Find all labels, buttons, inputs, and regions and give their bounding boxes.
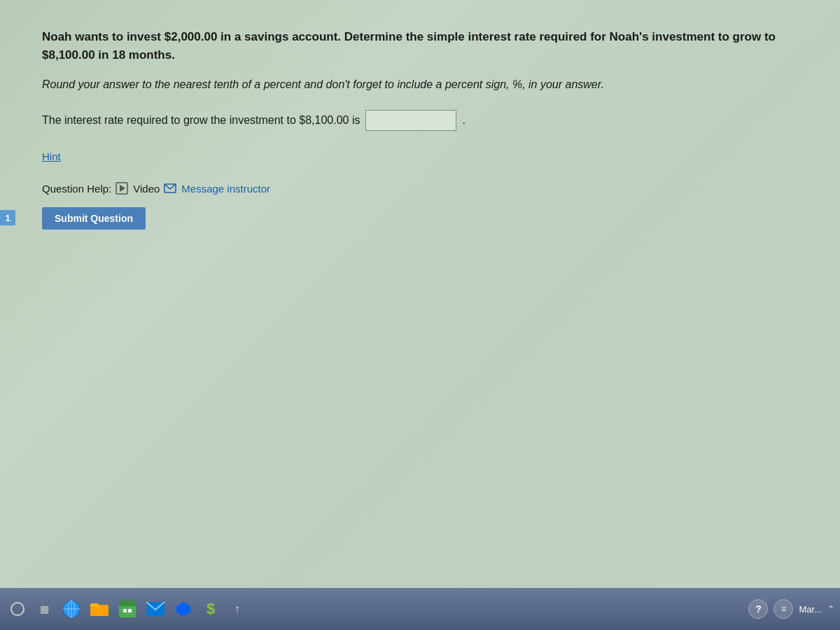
video-play-icon: [115, 182, 128, 195]
calendar-icon[interactable]: [115, 596, 140, 622]
file-explorer-icon[interactable]: [87, 596, 112, 622]
taskbar: ▦: [0, 588, 840, 630]
folder-svg: [90, 601, 109, 617]
notes-icon[interactable]: ≡: [774, 599, 793, 619]
globe-svg: [62, 599, 81, 619]
help-icon[interactable]: ?: [748, 599, 768, 619]
submit-question-button[interactable]: Submit Question: [42, 207, 146, 230]
message-instructor-link[interactable]: Message instructor: [164, 183, 270, 195]
answer-line: The interest rate required to grow the i…: [42, 110, 798, 131]
message-instructor-label: Message instructor: [181, 183, 270, 195]
start-circle-icon: [10, 602, 24, 616]
answer-suffix: .: [462, 114, 465, 127]
hint-link[interactable]: Hint: [42, 150, 61, 162]
video-label: Video: [133, 183, 160, 195]
question-number-badge: 1: [0, 210, 15, 225]
dropbox-svg: [174, 600, 192, 618]
calendar-svg: [118, 600, 136, 618]
taskbar-date-label: Mar...: [799, 604, 822, 615]
mail-svg: [146, 601, 165, 617]
instruction-text: Round your answer to the nearest tenth o…: [42, 76, 798, 93]
taskbar-chevron[interactable]: ⌃: [827, 604, 834, 614]
problem-text: Noah wants to invest $2,000.00 in a savi…: [42, 28, 798, 64]
question-help-label: Question Help:: [42, 183, 111, 195]
search-icon[interactable]: ▦: [32, 597, 56, 621]
dollar-icon[interactable]: $: [199, 597, 223, 621]
mail-taskbar-icon[interactable]: [143, 596, 168, 622]
video-link[interactable]: Video: [115, 182, 160, 195]
svg-rect-10: [119, 601, 136, 606]
arrow-up-icon[interactable]: ↑: [225, 597, 249, 621]
svg-marker-1: [120, 185, 125, 192]
answer-prefix: The interest rate required to grow the i…: [42, 114, 360, 127]
question-help-row: Question Help: Video Message instructor: [42, 182, 798, 195]
svg-rect-11: [123, 609, 127, 612]
svg-rect-8: [90, 603, 99, 607]
taskbar-right: ? ≡ Mar... ⌃: [748, 599, 834, 619]
answer-input[interactable]: [365, 110, 456, 131]
browser-icon[interactable]: [59, 596, 84, 622]
dropbox-icon[interactable]: [171, 596, 196, 622]
main-content: 1 Noah wants to invest $2,000.00 in a sa…: [0, 0, 840, 588]
svg-rect-12: [128, 609, 132, 612]
envelope-icon: [164, 183, 176, 193]
start-button[interactable]: [6, 597, 29, 621]
